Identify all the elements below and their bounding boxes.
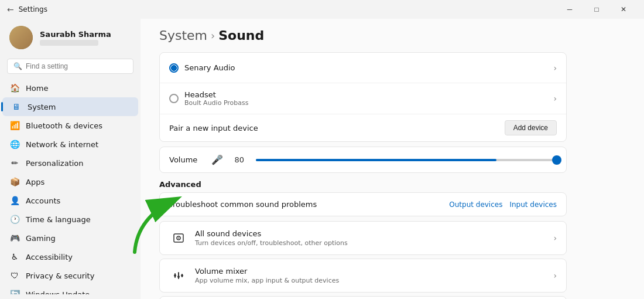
pair-label: Pair a new input device xyxy=(169,124,505,132)
volume-row: Volume 🎤 80 xyxy=(160,147,566,172)
radio-button[interactable] xyxy=(169,94,179,103)
titlebar-controls: ─ □ ✕ xyxy=(556,0,637,19)
troubleshoot-links: Output devices Input devices xyxy=(449,201,557,209)
device-sub: Boult Audio Probass xyxy=(184,99,553,107)
sidebar-item-time[interactable]: 🕐 Time & language xyxy=(2,210,138,229)
sidebar-item-network[interactable]: 🌐 Network & internet xyxy=(2,135,138,154)
output-devices-link[interactable]: Output devices xyxy=(449,201,502,209)
user-name: Saurabh Sharma xyxy=(40,30,111,39)
content-inner: System › Sound Senary Audio › xyxy=(141,19,585,299)
sidebar-item-label: Privacy & security xyxy=(26,271,94,280)
sidebar-item-home[interactable]: 🏠 Home xyxy=(2,79,138,97)
sidebar-item-label: Time & language xyxy=(26,215,91,224)
sidebar-item-label: Gaming xyxy=(26,234,56,243)
device-row-left: Headset Boult Audio Probass xyxy=(169,90,553,107)
svg-point-8 xyxy=(181,274,183,277)
chevron-right-icon: › xyxy=(553,63,557,73)
maximize-button[interactable]: □ xyxy=(583,0,610,19)
sidebar-item-system[interactable]: 🖥 System xyxy=(2,97,138,116)
accounts-icon: 👤 xyxy=(9,195,20,206)
sidebar-item-label: Windows Update xyxy=(26,290,90,295)
minimize-button[interactable]: ─ xyxy=(556,0,583,19)
chevron-right-icon: › xyxy=(553,94,557,103)
sound-devices-icon xyxy=(169,229,188,247)
input-devices-link[interactable]: Input devices xyxy=(509,201,557,209)
device-name: Senary Audio xyxy=(184,63,553,72)
device-name: Headset xyxy=(184,90,553,99)
all-sound-devices-sub: Turn devices on/off, troubleshoot, other… xyxy=(195,239,553,247)
search-input[interactable] xyxy=(26,62,127,70)
back-icon[interactable]: ← xyxy=(7,5,14,14)
sidebar-item-gaming[interactable]: 🎮 Gaming xyxy=(2,229,138,247)
sidebar-item-accounts[interactable]: 👤 Accounts xyxy=(2,191,138,210)
sidebar-item-accessibility[interactable]: ♿ Accessibility xyxy=(2,247,138,266)
accessibility-icon: ♿ xyxy=(9,252,20,262)
device-row-headset[interactable]: Headset Boult Audio Probass › xyxy=(160,83,566,114)
add-device-button[interactable]: Add device xyxy=(505,120,557,135)
sidebar-item-label: Personalization xyxy=(26,159,84,168)
nav-list: 🏠 Home 🖥 System 📶 Bluetooth & devices 🌐 … xyxy=(0,79,141,294)
gaming-icon: 🎮 xyxy=(9,233,20,243)
search-icon: 🔍 xyxy=(13,62,22,70)
volume-mixer-title: Volume mixer xyxy=(195,267,553,276)
pair-device-row: Pair a new input device Add device xyxy=(160,114,566,141)
volume-number: 80 xyxy=(230,155,244,164)
volume-label: Volume xyxy=(169,155,204,164)
titlebar-title: Settings xyxy=(19,5,47,13)
breadcrumb-parent[interactable]: System xyxy=(159,28,207,43)
breadcrumb-current: Sound xyxy=(218,28,264,43)
sidebar-item-update[interactable]: 🔄 Windows Update xyxy=(2,285,138,294)
sidebar-item-privacy[interactable]: 🛡 Privacy & security xyxy=(2,266,138,285)
more-sound-row[interactable]: More sound settings ↗ xyxy=(159,296,567,299)
sidebar-item-label: Network & internet xyxy=(26,140,98,149)
main-layout: Saurabh Sharma 🔍 🏠 Home 🖥 System xyxy=(0,19,644,299)
time-icon: 🕐 xyxy=(9,214,20,225)
user-profile[interactable]: Saurabh Sharma xyxy=(0,19,141,56)
volume-mixer-row[interactable]: Volume mixer App volume mix, app input &… xyxy=(159,259,567,293)
chevron-right-icon: › xyxy=(553,271,557,280)
sidebar-item-label: Bluetooth & devices xyxy=(26,121,102,130)
all-sound-devices-info: All sound devices Turn devices on/off, t… xyxy=(195,229,553,247)
sidebar-item-personalization[interactable]: ✏️ Personalization xyxy=(2,154,138,172)
avatar-image xyxy=(9,26,33,49)
personalization-icon: ✏️ xyxy=(9,158,20,168)
content-area: System › Sound Senary Audio › xyxy=(141,19,644,299)
search-box[interactable]: 🔍 xyxy=(7,59,133,74)
sidebar-item-label: Home xyxy=(26,84,48,93)
svg-point-7 xyxy=(177,276,180,278)
slider-thumb[interactable] xyxy=(552,155,561,165)
volume-slider[interactable] xyxy=(256,159,557,161)
avatar xyxy=(9,26,33,49)
microphone-icon: 🎤 xyxy=(211,154,223,165)
privacy-icon: 🛡 xyxy=(9,270,20,281)
breadcrumb: System › Sound xyxy=(159,28,567,43)
bluetooth-icon: 📶 xyxy=(9,120,20,131)
sidebar-item-label: System xyxy=(28,103,56,111)
breadcrumb-chevron-icon: › xyxy=(211,29,215,42)
close-button[interactable]: ✕ xyxy=(610,0,637,19)
home-icon: 🏠 xyxy=(9,83,20,93)
svg-point-6 xyxy=(174,274,176,277)
radio-button[interactable] xyxy=(169,63,179,73)
device-row-left: Senary Audio xyxy=(169,63,553,73)
user-info: Saurabh Sharma xyxy=(40,30,111,46)
sidebar-item-bluetooth[interactable]: 📶 Bluetooth & devices xyxy=(2,116,138,135)
sidebar-item-label: Accounts xyxy=(26,196,60,205)
update-icon: 🔄 xyxy=(9,289,20,294)
device-row-senary[interactable]: Senary Audio › xyxy=(160,53,566,83)
slider-track xyxy=(256,159,557,161)
system-icon: 🖥 xyxy=(11,101,22,112)
sidebar-item-apps[interactable]: 📦 Apps xyxy=(2,172,138,191)
active-indicator xyxy=(1,102,3,111)
all-sound-devices-title: All sound devices xyxy=(195,229,553,238)
all-sound-devices-row[interactable]: All sound devices Turn devices on/off, t… xyxy=(159,221,567,255)
sidebar-item-label: Apps xyxy=(26,178,44,186)
titlebar: ← Settings ─ □ ✕ xyxy=(0,0,644,19)
network-icon: 🌐 xyxy=(9,139,20,150)
troubleshoot-label: Troubleshoot common sound problems xyxy=(169,200,449,209)
sidebar-item-label: Accessibility xyxy=(26,253,73,261)
svg-point-2 xyxy=(178,237,179,239)
titlebar-left: ← Settings xyxy=(7,5,47,14)
volume-mixer-info: Volume mixer App volume mix, app input &… xyxy=(195,267,553,284)
device-info: Senary Audio xyxy=(184,63,553,72)
